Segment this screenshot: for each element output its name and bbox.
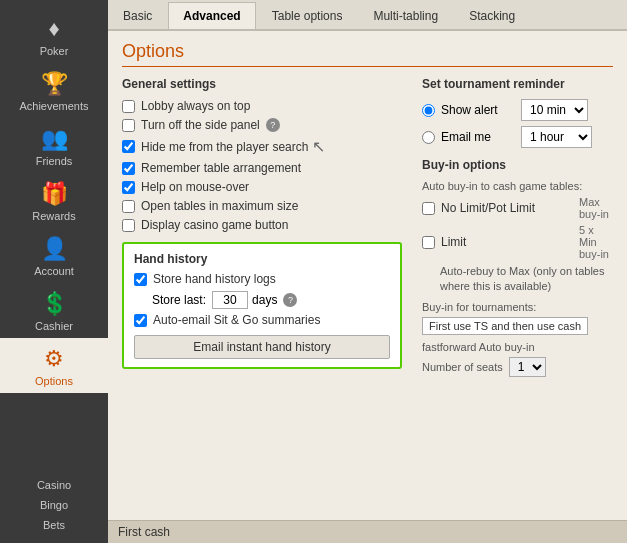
- sidebar-bottom-bets[interactable]: Bets: [0, 515, 108, 535]
- tournament-val: First use TS and then use cash: [422, 317, 588, 335]
- first-cash-label: First cash: [118, 525, 170, 539]
- cash-subtitle: Auto buy-in to cash game tables:: [422, 180, 613, 192]
- limit-checkbox[interactable]: [422, 236, 435, 249]
- left-column: General settings Lobby always on top Tur…: [122, 77, 402, 377]
- sidebar-item-achievements[interactable]: 🏆 Achievements: [0, 63, 108, 118]
- table-arrange-checkbox[interactable]: [122, 162, 135, 175]
- hand-history-title: Hand history: [134, 252, 390, 266]
- option-mouse-over: Help on mouse-over: [122, 180, 402, 194]
- sidebar-bottom-casino[interactable]: Casino: [0, 475, 108, 495]
- sidebar-item-friends[interactable]: 👥 Friends: [0, 118, 108, 173]
- right-column: Set tournament reminder Show alert 5 min…: [422, 77, 613, 377]
- auto-email-label[interactable]: Auto-email Sit & Go summaries: [153, 313, 320, 327]
- side-panel-help-icon[interactable]: ?: [266, 118, 280, 132]
- ff-label: fastforward Auto buy-in: [422, 341, 613, 353]
- show-alert-label[interactable]: Show alert: [441, 103, 521, 117]
- content-area: Options General settings Lobby always on…: [108, 31, 627, 512]
- email-me-row: Email me 30 min 1 hour 2 hours: [422, 126, 613, 148]
- sidebar-item-label-rewards: Rewards: [32, 210, 75, 222]
- mouse-over-label[interactable]: Help on mouse-over: [141, 180, 249, 194]
- sidebar-item-poker[interactable]: ♦ Poker: [0, 8, 108, 63]
- max-size-label[interactable]: Open tables in maximum size: [141, 199, 298, 213]
- cursor-arrow-icon: ↖: [312, 137, 325, 156]
- days-label: days: [252, 293, 277, 307]
- player-search-label[interactable]: Hide me from the player search: [141, 140, 308, 154]
- hand-history-box: Hand history Store hand history logs Sto…: [122, 242, 402, 369]
- show-alert-radio[interactable]: [422, 104, 435, 117]
- email-me-label[interactable]: Email me: [441, 130, 521, 144]
- tab-table-options[interactable]: Table options: [257, 2, 358, 29]
- mouse-over-checkbox[interactable]: [122, 181, 135, 194]
- side-panel-label[interactable]: Turn off the side panel: [141, 118, 260, 132]
- account-icon: 👤: [41, 236, 68, 262]
- rebuy-note: Auto-rebuy to Max (only on tables where …: [440, 264, 613, 295]
- store-last-row: Store last: days ?: [152, 291, 390, 309]
- option-lobby-top: Lobby always on top: [122, 99, 402, 113]
- side-panel-checkbox[interactable]: [122, 119, 135, 132]
- store-last-label: Store last:: [152, 293, 206, 307]
- no-limit-label[interactable]: No Limit/Pot Limit: [441, 201, 571, 215]
- sidebar-item-account[interactable]: 👤 Account: [0, 228, 108, 283]
- sidebar-item-label-options: Options: [35, 375, 73, 387]
- limit-value: 5 x Min buy-in: [579, 224, 613, 260]
- sidebar-item-rewards[interactable]: 🎁 Rewards: [0, 173, 108, 228]
- table-arrange-label[interactable]: Remember table arrangement: [141, 161, 301, 175]
- casino-btn-label[interactable]: Display casino game button: [141, 218, 288, 232]
- sidebar-item-label-achievements: Achievements: [19, 100, 88, 112]
- sidebar-item-label-cashier: Cashier: [35, 320, 73, 332]
- sidebar-bottom: Casino Bingo Bets: [0, 475, 108, 543]
- max-size-checkbox[interactable]: [122, 200, 135, 213]
- casino-btn-checkbox[interactable]: [122, 219, 135, 232]
- auto-email-checkbox[interactable]: [134, 314, 147, 327]
- option-auto-email: Auto-email Sit & Go summaries: [134, 313, 390, 327]
- first-cash-bar: First cash: [108, 520, 627, 543]
- sidebar-item-label-friends: Friends: [36, 155, 73, 167]
- sidebar-item-label-poker: Poker: [40, 45, 69, 57]
- main-content: Basic Advanced Table options Multi-tabli…: [108, 0, 627, 543]
- sidebar-item-label-account: Account: [34, 265, 74, 277]
- tab-stacking[interactable]: Stacking: [454, 2, 530, 29]
- no-limit-checkbox[interactable]: [422, 202, 435, 215]
- store-logs-checkbox[interactable]: [134, 273, 147, 286]
- sidebar-item-cashier[interactable]: 💲 Cashier: [0, 283, 108, 338]
- email-me-dropdown[interactable]: 30 min 1 hour 2 hours: [521, 126, 592, 148]
- seats-row: Number of seats 1 2 3 4: [422, 357, 613, 377]
- tab-basic[interactable]: Basic: [108, 2, 167, 29]
- limit-row: Limit 5 x Min buy-in: [422, 224, 613, 260]
- option-max-size: Open tables in maximum size: [122, 199, 402, 213]
- player-search-checkbox[interactable]: [122, 140, 135, 153]
- option-side-panel: Turn off the side panel ?: [122, 118, 402, 132]
- sidebar-bottom-bingo[interactable]: Bingo: [0, 495, 108, 515]
- tournaments-subtitle: Buy-in for tournaments:: [422, 301, 613, 313]
- tab-bar: Basic Advanced Table options Multi-tabli…: [108, 0, 627, 31]
- limit-label[interactable]: Limit: [441, 235, 571, 249]
- store-last-input[interactable]: [212, 291, 248, 309]
- sidebar: ♦ Poker 🏆 Achievements 👥 Friends 🎁 Rewar…: [0, 0, 108, 543]
- store-logs-label[interactable]: Store hand history logs: [153, 272, 276, 286]
- tournament-reminder-title: Set tournament reminder: [422, 77, 613, 91]
- option-player-search: Hide me from the player search ↖: [122, 137, 402, 156]
- seats-label: Number of seats: [422, 361, 503, 373]
- seats-dropdown[interactable]: 1 2 3 4: [509, 357, 546, 377]
- option-casino-btn: Display casino game button: [122, 218, 402, 232]
- email-hand-history-button[interactable]: Email instant hand history: [134, 335, 390, 359]
- options-icon: ⚙: [44, 346, 64, 372]
- option-store-logs: Store hand history logs: [134, 272, 390, 286]
- show-alert-dropdown[interactable]: 5 min 10 min 15 min 30 min: [521, 99, 588, 121]
- rewards-icon: 🎁: [41, 181, 68, 207]
- lobby-top-label[interactable]: Lobby always on top: [141, 99, 250, 113]
- friends-icon: 👥: [41, 126, 68, 152]
- email-me-radio[interactable]: [422, 131, 435, 144]
- two-col-layout: General settings Lobby always on top Tur…: [122, 77, 613, 377]
- achievements-icon: 🏆: [41, 71, 68, 97]
- store-last-help-icon[interactable]: ?: [283, 293, 297, 307]
- option-table-arrange: Remember table arrangement: [122, 161, 402, 175]
- show-alert-row: Show alert 5 min 10 min 15 min 30 min: [422, 99, 613, 121]
- tab-advanced[interactable]: Advanced: [168, 2, 255, 29]
- tab-multi-tabling[interactable]: Multi-tabling: [358, 2, 453, 29]
- sidebar-item-options[interactable]: ⚙ Options: [0, 338, 108, 393]
- general-settings-title: General settings: [122, 77, 402, 91]
- no-limit-row: No Limit/Pot Limit Max buy-in: [422, 196, 613, 220]
- page-title: Options: [122, 41, 613, 67]
- lobby-top-checkbox[interactable]: [122, 100, 135, 113]
